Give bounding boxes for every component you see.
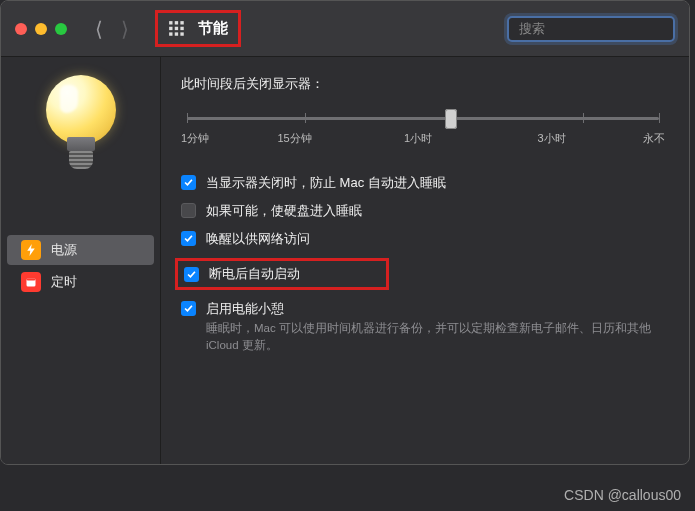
svg-rect-7 (175, 32, 178, 35)
checkbox-icon[interactable] (181, 231, 196, 246)
option-wake-network[interactable]: 唤醒以供网络访问 (181, 230, 665, 248)
sidebar-item-power[interactable]: 电源 (7, 235, 154, 265)
checkbox-icon[interactable] (181, 175, 196, 190)
checkbox-icon[interactable] (184, 267, 199, 282)
nav-arrows: ⟨ ⟩ (95, 19, 129, 39)
svg-rect-2 (180, 21, 183, 24)
forward-button[interactable]: ⟩ (121, 19, 129, 39)
traffic-lights (15, 23, 67, 35)
svg-rect-1 (175, 21, 178, 24)
checkbox-icon[interactable] (181, 203, 196, 218)
titlebar: ⟨ ⟩ 节能 (1, 1, 689, 57)
option-label: 断电后自动启动 (209, 265, 300, 283)
content-pane: 此时间段后关闭显示器： 1分钟 15分钟 1小时 3小时 永不 当显示器关闭时，… (161, 57, 689, 464)
search-input[interactable] (519, 21, 687, 36)
option-label: 唤醒以供网络访问 (206, 230, 310, 248)
sidebar-item-label: 电源 (51, 241, 77, 259)
close-icon[interactable] (15, 23, 27, 35)
option-prevent-sleep[interactable]: 当显示器关闭时，防止 Mac 自动进入睡眠 (181, 174, 665, 192)
preferences-window: ⟨ ⟩ 节能 (0, 0, 690, 465)
option-power-nap[interactable]: 启用电能小憩 (181, 300, 665, 318)
option-disk-sleep[interactable]: 如果可能，使硬盘进入睡眠 (181, 202, 665, 220)
search-field[interactable] (507, 16, 675, 42)
sidebar-item-schedule[interactable]: 定时 (7, 267, 154, 297)
option-description: 睡眠时，Mac 可以使用时间机器进行备份，并可以定期检查新电子邮件、日历和其他 … (206, 320, 665, 355)
svg-rect-12 (27, 278, 36, 280)
watermark: CSDN @callous00 (564, 487, 681, 503)
sidebar: 电源 定时 (1, 57, 161, 464)
bolt-icon (21, 240, 41, 260)
option-label: 如果可能，使硬盘进入睡眠 (206, 202, 362, 220)
back-button[interactable]: ⟨ (95, 19, 103, 39)
calendar-icon (21, 272, 41, 292)
body: 电源 定时 此时间段后关闭显示器： 1分钟 15分 (1, 57, 689, 464)
option-auto-restart-highlight: 断电后自动启动 (175, 258, 389, 290)
svg-rect-8 (180, 32, 183, 35)
zoom-icon[interactable] (55, 23, 67, 35)
slider-title: 此时间段后关闭显示器： (181, 75, 665, 93)
minimize-icon[interactable] (35, 23, 47, 35)
option-label: 当显示器关闭时，防止 Mac 自动进入睡眠 (206, 174, 446, 192)
sidebar-item-label: 定时 (51, 273, 77, 291)
slider-ticks: 1分钟 15分钟 1小时 3小时 永不 (181, 131, 665, 146)
display-sleep-slider[interactable] (187, 107, 659, 125)
pane-title: 节能 (198, 19, 228, 38)
svg-rect-5 (180, 26, 183, 29)
svg-rect-0 (169, 21, 172, 24)
slider-knob[interactable] (445, 109, 457, 129)
title-highlight: 节能 (155, 10, 241, 47)
svg-rect-3 (169, 26, 172, 29)
energy-bulb-icon (1, 75, 160, 175)
option-label: 启用电能小憩 (206, 300, 284, 318)
grid-icon[interactable] (168, 20, 186, 38)
svg-rect-6 (169, 32, 172, 35)
checkbox-icon[interactable] (181, 301, 196, 316)
svg-rect-4 (175, 26, 178, 29)
